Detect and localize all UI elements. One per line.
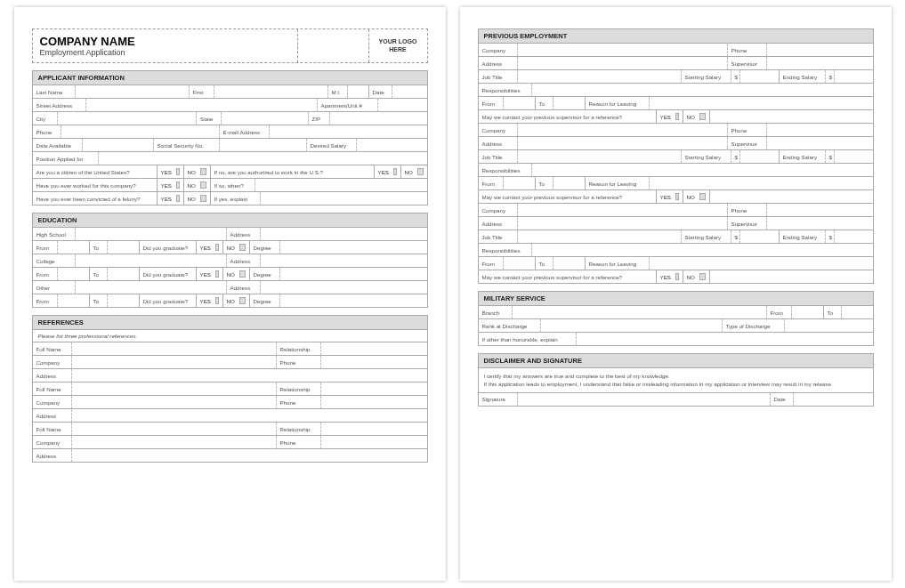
phone-input[interactable]: [61, 125, 220, 139]
hs-degree-input[interactable]: [280, 241, 428, 254]
e2-sup-input[interactable]: [767, 137, 874, 150]
e3-to-input[interactable]: [554, 257, 586, 270]
e1-addr-input[interactable]: [518, 57, 728, 70]
e2-from-input[interactable]: [504, 177, 536, 190]
signature-input[interactable]: [518, 393, 771, 407]
ref3-name-input[interactable]: [72, 423, 277, 436]
c-grad-no[interactable]: NO: [223, 268, 250, 281]
zip-input[interactable]: [330, 112, 428, 125]
e2-esal-input[interactable]: [835, 150, 874, 164]
e1-contact-yes[interactable]: YES: [657, 110, 683, 124]
e3-esal-input[interactable]: [835, 230, 874, 244]
e1-jobtitle-input[interactable]: [518, 70, 682, 84]
e1-resp-input[interactable]: [532, 84, 874, 97]
email-input[interactable]: [270, 125, 428, 139]
e2-addr-input[interactable]: [518, 137, 728, 150]
apt-input[interactable]: [378, 99, 428, 112]
ref3-addr-input[interactable]: [72, 449, 428, 463]
ref1-phone-input[interactable]: [321, 356, 428, 369]
c-to-input[interactable]: [108, 268, 140, 281]
o-degree-input[interactable]: [280, 294, 428, 308]
last-name-input[interactable]: [76, 85, 190, 99]
ref3-company-input[interactable]: [72, 436, 277, 449]
explain-input[interactable]: [261, 192, 428, 205]
street-input[interactable]: [86, 99, 318, 112]
e3-contact-yes[interactable]: YES: [657, 270, 683, 284]
ref2-phone-input[interactable]: [321, 396, 428, 409]
e1-reason-input[interactable]: [650, 97, 874, 110]
other-addr-input[interactable]: [261, 281, 428, 294]
e1-esal-input[interactable]: [835, 70, 874, 84]
date-input[interactable]: [392, 85, 428, 99]
other-honorable-input[interactable]: [577, 333, 874, 346]
college-input[interactable]: [76, 254, 227, 268]
hs-grad-no[interactable]: NO: [223, 241, 250, 254]
e3-from-input[interactable]: [504, 257, 536, 270]
ref2-company-input[interactable]: [72, 396, 277, 409]
salary-input[interactable]: [357, 139, 428, 152]
mil-to-input[interactable]: [842, 306, 874, 319]
e1-sup-input[interactable]: [767, 57, 874, 70]
ref2-name-input[interactable]: [72, 383, 277, 396]
e3-resp-input[interactable]: [532, 244, 874, 257]
ssn-input[interactable]: [220, 139, 307, 152]
mil-from-input[interactable]: [792, 306, 824, 319]
o-grad-no[interactable]: NO: [223, 294, 250, 308]
e1-from-input[interactable]: [504, 97, 536, 110]
other-input[interactable]: [76, 281, 227, 294]
e2-resp-input[interactable]: [532, 164, 874, 177]
e2-contact-yes[interactable]: YES: [657, 190, 683, 204]
o-from-input[interactable]: [58, 294, 90, 308]
date-avail-input[interactable]: [83, 139, 154, 152]
e3-sup-input[interactable]: [767, 217, 874, 230]
e2-contact-no[interactable]: NO: [683, 190, 710, 204]
e3-reason-input[interactable]: [650, 257, 874, 270]
o-grad-yes[interactable]: YES: [197, 294, 223, 308]
e3-ssal-input[interactable]: [740, 230, 780, 244]
e1-contact-no[interactable]: NO: [683, 110, 710, 124]
sig-date-input[interactable]: [794, 393, 874, 407]
e3-contact-no[interactable]: NO: [683, 270, 710, 284]
e3-jobtitle-input[interactable]: [518, 230, 682, 244]
auth-yes[interactable]: YES: [375, 165, 401, 179]
ref2-rel-input[interactable]: [321, 383, 428, 396]
citizen-yes[interactable]: YES: [158, 165, 184, 179]
ref1-company-input[interactable]: [72, 356, 277, 369]
e2-phone-input[interactable]: [767, 124, 874, 137]
branch-input[interactable]: [513, 306, 767, 319]
mi-input[interactable]: [348, 85, 369, 99]
city-input[interactable]: [58, 112, 198, 125]
e1-company-input[interactable]: [518, 44, 728, 57]
c-from-input[interactable]: [58, 268, 90, 281]
hs-from-input[interactable]: [58, 241, 90, 254]
felony-yes[interactable]: YES: [158, 192, 184, 205]
first-input[interactable]: [214, 85, 328, 99]
worked-no[interactable]: NO: [184, 179, 211, 192]
ref1-addr-input[interactable]: [72, 369, 428, 383]
position-input[interactable]: [99, 152, 428, 165]
citizen-no[interactable]: NO: [184, 165, 211, 179]
felony-no[interactable]: NO: [184, 192, 211, 205]
auth-no[interactable]: NO: [401, 165, 428, 179]
ref2-addr-input[interactable]: [72, 409, 428, 423]
hs-input[interactable]: [76, 228, 227, 241]
o-to-input[interactable]: [108, 294, 140, 308]
e2-jobtitle-input[interactable]: [518, 150, 682, 164]
hs-to-input[interactable]: [108, 241, 140, 254]
worked-yes[interactable]: YES: [158, 179, 184, 192]
ref3-phone-input[interactable]: [321, 436, 428, 449]
ifsowhen-input[interactable]: [255, 179, 428, 192]
hs-addr-input[interactable]: [261, 228, 428, 241]
ref1-rel-input[interactable]: [321, 342, 428, 356]
e2-reason-input[interactable]: [650, 177, 874, 190]
e3-company-input[interactable]: [518, 204, 728, 217]
hs-grad-yes[interactable]: YES: [197, 241, 223, 254]
ref3-rel-input[interactable]: [321, 423, 428, 436]
e3-addr-input[interactable]: [518, 217, 728, 230]
ref1-name-input[interactable]: [72, 342, 277, 356]
rank-input[interactable]: [541, 319, 723, 333]
e1-ssal-input[interactable]: [740, 70, 780, 84]
e3-phone-input[interactable]: [767, 204, 874, 217]
c-grad-yes[interactable]: YES: [197, 268, 223, 281]
college-addr-input[interactable]: [261, 254, 428, 268]
